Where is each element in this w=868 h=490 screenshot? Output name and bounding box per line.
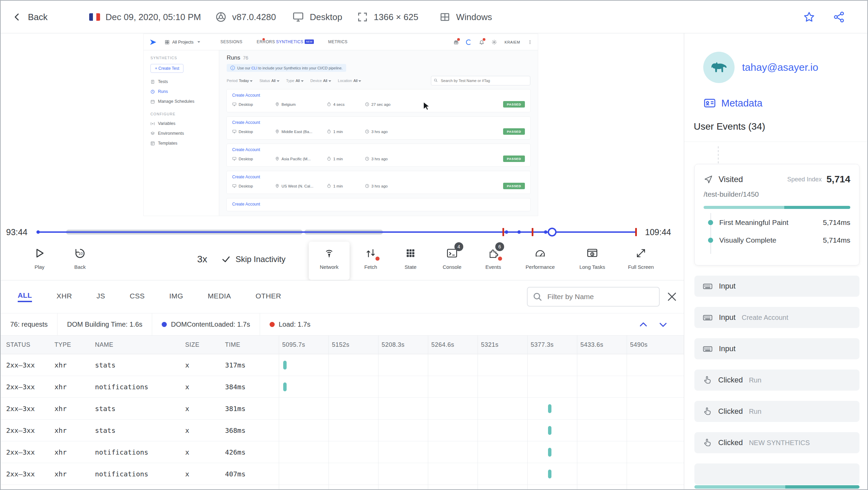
events-tool-button[interactable]: 6 Events	[473, 246, 514, 270]
run-name-link: Create Account	[232, 175, 525, 179]
full-screen-button[interactable]: Full Screen	[617, 246, 665, 270]
network-tab-xhr[interactable]: XHR	[57, 292, 72, 301]
stopwatch-icon	[327, 102, 331, 107]
fetch-tool-button[interactable]: Fetch	[350, 246, 391, 270]
network-request-list: 2xx–3xx xhr stats x 317ms 2xx–3xx xhr no…	[1, 354, 684, 490]
timeline-playhead[interactable]	[548, 228, 557, 236]
input-event-card[interactable]: Input Create Account	[694, 307, 859, 328]
svg-text:10: 10	[79, 251, 83, 256]
visited-event-card[interactable]: Visited Speed Index 5,714 /test-builder/…	[694, 164, 859, 265]
kebab-menu-icon	[528, 39, 532, 45]
dcl-marker-dot	[162, 322, 167, 327]
user-events-panel: tahay@asayer.io Metadata User Events (34…	[684, 33, 868, 490]
run-device: Desktop	[239, 184, 253, 188]
skip-inactivity-toggle[interactable]: Skip Inactivity	[221, 255, 286, 264]
runs-filters: PeriodToday StatusAll TypeAll DeviceAll …	[227, 76, 530, 85]
timeline-total: 109:44	[645, 227, 671, 237]
click-event-card[interactable]: Clicked NEW SYNTHETICS	[694, 432, 859, 453]
close-panel-button[interactable]	[666, 291, 678, 303]
sidebar-item-label: Runs	[158, 89, 168, 94]
speed-index-label: Speed Index	[787, 176, 822, 183]
request-row[interactable]: 2xx–3xx xhr notifications x 426ms	[1, 441, 684, 463]
replay-stage[interactable]: All Projects SESSIONS ERRORS SYNTHETICSN…	[1, 33, 684, 223]
tab-metrics: METRICS	[328, 39, 348, 45]
sidebar-item-label: Environments	[158, 131, 184, 136]
sidebar-item-label: Templates	[158, 141, 177, 146]
filter-period: PeriodToday	[227, 79, 253, 83]
request-row[interactable]: 2xx–3xx xhr notifications x 407ms	[1, 463, 684, 485]
request-row[interactable]: 2xx–3xx xhr stats x 381ms	[1, 398, 684, 420]
play-button[interactable]: Play	[19, 246, 60, 270]
status-badge: PASSED	[503, 101, 525, 108]
timeline[interactable]: 93:44 109:44	[1, 223, 684, 242]
state-tool-button[interactable]: State	[390, 246, 431, 270]
network-tab-media[interactable]: MEDIA	[208, 292, 231, 301]
sidebar-item-variables: Variables	[150, 121, 212, 126]
session-date: Dec 09, 2020, 05:10 PM	[106, 12, 201, 22]
run-name-link: Create Account	[232, 147, 525, 152]
document-icon	[150, 80, 155, 84]
run-name-link: Create Account	[232, 202, 525, 207]
performance-tool-button[interactable]: Performance	[516, 246, 564, 270]
status-badge: PASSED	[503, 128, 525, 135]
request-row[interactable]: 2xx–3xx xhr stats x 317ms	[1, 354, 684, 376]
info-icon: i	[230, 66, 235, 70]
click-event-card[interactable]: Clicked Run	[694, 401, 859, 422]
chevron-left-icon	[12, 12, 22, 22]
run-duration: 4 secs	[333, 102, 344, 107]
request-bar	[283, 382, 287, 391]
chevron-up-icon[interactable]	[638, 320, 648, 330]
network-tab-other[interactable]: OTHER	[256, 292, 282, 301]
play-icon	[33, 246, 46, 260]
os-label: Windows	[456, 12, 492, 22]
run-name-link: Create Account	[232, 93, 525, 98]
monitor-icon	[232, 102, 237, 107]
back-10s-button[interactable]: 10 Back	[60, 246, 100, 270]
favorite-button[interactable]	[803, 1, 816, 33]
timeline-error-marker	[635, 228, 637, 236]
input-event-card[interactable]: Input	[694, 276, 859, 297]
time-col-label: 5095.7s	[282, 341, 305, 348]
windows-icon	[439, 11, 451, 23]
network-tab-js[interactable]: JS	[97, 292, 105, 301]
network-tab-css[interactable]: CSS	[130, 292, 145, 301]
request-row[interactable]: 2xx–3xx xhr stats x 368ms	[1, 420, 684, 441]
rewind-10-icon: 10	[74, 246, 86, 260]
sidebar-section-synthetics: SYNTHETICS	[150, 56, 212, 60]
create-test-button: + Create Test	[150, 64, 183, 73]
project-selector: All Projects	[165, 40, 200, 45]
console-tool-button[interactable]: 4 Console	[432, 246, 472, 270]
request-row[interactable]: 2xx–3xx xhr notifications x 384ms	[1, 376, 684, 398]
run-location: Middle East (Ba...	[282, 130, 312, 134]
network-tab-all[interactable]: ALL	[18, 291, 32, 302]
request-bar	[548, 404, 551, 413]
network-tab-img[interactable]: IMG	[169, 292, 183, 301]
dom-content-loaded: DOMContentLoaded: 1.7s	[152, 313, 259, 335]
network-tool-button[interactable]: Network	[309, 246, 350, 270]
session-replay-window: Back Dec 09, 2020, 05:10 PM v87.0.4280 D…	[0, 0, 868, 490]
network-filter-input[interactable]	[527, 287, 660, 307]
network-table-header: STATUS TYPE NAME SIZE TIME 5095.7s 5152s…	[1, 336, 684, 354]
tab-sessions: SESSIONS	[221, 39, 243, 45]
panel-bottom-progress-bar	[694, 485, 859, 489]
run-name-link: Create Account	[232, 120, 525, 125]
tab-synthetics: SYNTHETICSNEW	[276, 39, 314, 45]
device-info: Desktop	[292, 1, 342, 33]
metric-first-meaningful-paint: First Meaningful Paint 5,714ms	[719, 218, 850, 227]
speed-button[interactable]: 3x	[189, 254, 216, 265]
input-event-card[interactable]: Input	[694, 338, 859, 359]
back-button[interactable]: Back	[12, 1, 48, 33]
timeline-elapsed: 93:44	[6, 227, 28, 237]
keyboard-icon	[703, 312, 713, 323]
user-events-title: User Events (34)	[694, 121, 765, 132]
share-button[interactable]	[833, 1, 846, 33]
chevron-down-icon[interactable]	[658, 320, 668, 330]
click-event-card[interactable]: Clicked Run	[694, 370, 859, 391]
request-bar	[548, 426, 551, 435]
sidebar-item-runs: Runs	[150, 89, 212, 94]
tab-synthetics-label: SYNTHETICS	[276, 39, 303, 44]
keyboard-icon	[703, 344, 713, 354]
long-tasks-tool-button[interactable]: Long Tasks	[568, 246, 616, 270]
layers-icon	[150, 131, 155, 136]
metadata-button[interactable]: Metadata	[703, 97, 762, 110]
